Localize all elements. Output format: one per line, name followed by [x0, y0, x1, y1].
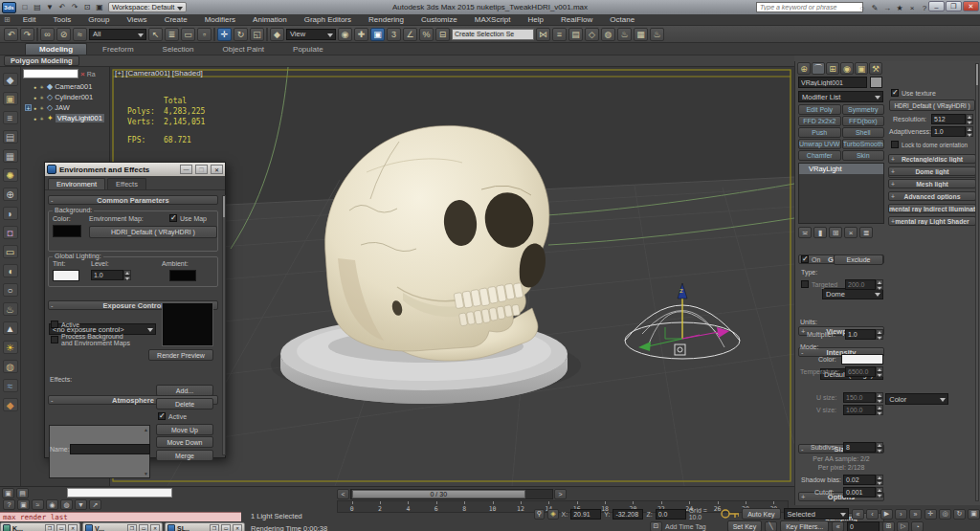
ribbon-tab[interactable]: Selection: [149, 44, 208, 55]
v-size-spinner[interactable]: 100.0: [843, 405, 883, 415]
go-to-end-button[interactable]: «: [832, 521, 844, 531]
modifier-stack[interactable]: VRayLight: [798, 163, 884, 224]
menu-item[interactable]: Graph Editors: [296, 15, 360, 24]
scene-tree-item[interactable]: ✦ VRayLight001: [23, 113, 107, 123]
display-toggle-icon[interactable]: ≈: [32, 499, 44, 510]
add-effect-button[interactable]: Add...: [156, 385, 213, 396]
pin-icon[interactable]: ⚲: [534, 509, 545, 520]
stack-tool-icon[interactable]: ▮: [813, 227, 827, 238]
time-slider-handle[interactable]: 0 / 30: [352, 490, 525, 498]
help-icon[interactable]: ?: [3, 499, 15, 510]
toolbar-icon[interactable]: ▤: [568, 28, 583, 41]
toolbar-icon[interactable]: [36, 28, 38, 41]
use-map-checkbox[interactable]: [169, 214, 177, 222]
light-on-checkbox[interactable]: [801, 255, 809, 263]
status-misc-icon[interactable]: ⊞: [882, 521, 895, 531]
transport-button[interactable]: ▶: [880, 509, 893, 520]
toolbar-icon[interactable]: ▫: [197, 28, 212, 41]
intensity-color-swatch[interactable]: [841, 354, 883, 365]
display-toggle-icon[interactable]: ▣: [17, 499, 30, 510]
ribbon-tab[interactable]: Freeform: [89, 44, 146, 55]
visibility-toggles[interactable]: [33, 84, 45, 90]
modifier-button[interactable]: Unwrap UVW: [798, 139, 841, 149]
menu-item[interactable]: Modifiers: [196, 15, 244, 24]
left-strip-icon[interactable]: ⊕: [3, 188, 18, 201]
tab-effects[interactable]: Effects: [107, 178, 146, 189]
toolbar-icon[interactable]: %: [419, 28, 434, 41]
expand-toggle[interactable]: [25, 94, 32, 100]
display-toggle-icon[interactable]: ◍: [60, 499, 73, 510]
toolbar-icon[interactable]: ∠: [403, 28, 417, 41]
qat-icon[interactable]: ↶: [56, 2, 68, 13]
left-strip-icon[interactable]: ◆: [3, 73, 18, 86]
toolbar-icon[interactable]: ↷: [20, 28, 34, 41]
menu-item[interactable]: Tools: [45, 15, 80, 24]
display-toggle-icon[interactable]: ◉: [46, 499, 58, 510]
menu-item[interactable]: Octane: [601, 15, 643, 24]
time-tag-icon[interactable]: ⊡: [650, 521, 662, 531]
toolbar-icon[interactable]: ≡: [552, 28, 567, 41]
toolbar-icon[interactable]: ⋈: [536, 28, 550, 41]
restore-button[interactable]: [45, 524, 55, 531]
z-coordinate-field[interactable]: [656, 509, 686, 520]
adaptiveness-spinner[interactable]: 1.0: [931, 126, 973, 137]
maximize-button[interactable]: [946, 1, 962, 11]
qat-icon[interactable]: ⊡: [81, 2, 93, 13]
transport-button[interactable]: «: [852, 509, 864, 520]
subdivs-spinner[interactable]: 8: [843, 442, 883, 453]
ribbon-tab[interactable]: Populate: [279, 44, 337, 55]
command-panel-tab-icon[interactable]: ▣: [855, 62, 868, 75]
scene-tree-item[interactable]: + ◇ JAW: [23, 102, 107, 113]
toolbar-icon[interactable]: ◍: [601, 28, 615, 41]
toolbar-icon[interactable]: ♨: [650, 28, 664, 41]
modifier-button[interactable]: TurboSmooth: [842, 139, 885, 149]
command-panel-tab-icon[interactable]: ⊕: [797, 62, 811, 75]
ribbon-tab[interactable]: Modeling: [25, 43, 87, 55]
delete-effect-button[interactable]: Delete: [156, 398, 213, 409]
qat-icon[interactable]: ↷: [69, 2, 80, 13]
minimized-window[interactable]: SL..: [165, 522, 245, 531]
atmosphere-active-checkbox[interactable]: [158, 412, 166, 420]
left-strip-icon[interactable]: ▤: [3, 130, 18, 144]
time-slider[interactable]: < 0 / 30 >: [337, 488, 567, 499]
minimize-button[interactable]: [928, 1, 945, 11]
ambient-swatch[interactable]: [169, 270, 196, 281]
status-misc-icon[interactable]: ◔: [911, 521, 924, 531]
texture-map-button[interactable]: HDRI_Default ( VRayHDRI ): [889, 100, 975, 111]
toolbar-icon[interactable]: [213, 28, 215, 41]
menu-item[interactable]: RealFlow: [552, 15, 601, 24]
dialog-titlebar[interactable]: Environment and Effects — ❒ ✕: [45, 163, 225, 176]
exclude-button[interactable]: Exclude: [834, 254, 883, 265]
maximize-button[interactable]: [139, 524, 148, 531]
toolbar-icon[interactable]: ◉: [338, 28, 352, 41]
toolbar-icon[interactable]: ↖: [148, 28, 163, 41]
modifier-button[interactable]: Push: [798, 127, 841, 138]
collapsed-rollout[interactable]: Mesh light: [888, 179, 976, 188]
add-time-tag[interactable]: Add Time Tag: [665, 523, 706, 530]
targeted-checkbox[interactable]: [801, 280, 809, 288]
environment-map-button[interactable]: HDRI_Default ( VRayHDRI ): [89, 226, 217, 238]
maximize-button[interactable]: [56, 524, 66, 531]
y-coordinate-field[interactable]: [612, 509, 643, 520]
collapsed-rollout[interactable]: Advanced options: [888, 191, 976, 201]
search-input[interactable]: [756, 2, 863, 12]
workspace-dropdown[interactable]: Workspace: Default: [108, 2, 187, 12]
move-up-button[interactable]: Move Up: [156, 424, 213, 435]
left-strip-icon[interactable]: ✺: [3, 168, 18, 182]
left-strip-icon[interactable]: ♨: [3, 302, 18, 316]
viewport-nav-icon[interactable]: ↻: [953, 509, 966, 520]
stack-tool-icon[interactable]: ≍: [798, 227, 812, 238]
titlebar-icon[interactable]: ★: [894, 2, 905, 13]
selection-filter-dropdown[interactable]: All: [89, 29, 146, 40]
close-button[interactable]: [150, 524, 160, 531]
toolbar-icon[interactable]: 3: [387, 28, 401, 41]
merge-button[interactable]: Merge: [156, 450, 213, 461]
command-panel-tab-icon[interactable]: ⊞: [826, 62, 839, 75]
expand-toggle[interactable]: [25, 83, 32, 90]
toolbar-icon[interactable]: ◆: [270, 28, 284, 41]
left-strip-icon[interactable]: ≡: [3, 111, 18, 124]
background-color-swatch[interactable]: [53, 225, 81, 237]
stack-tool-icon[interactable]: ×: [844, 227, 858, 238]
command-panel-tab-icon[interactable]: ⚒: [869, 62, 882, 75]
maxscript-listener-white[interactable]: [67, 488, 172, 498]
